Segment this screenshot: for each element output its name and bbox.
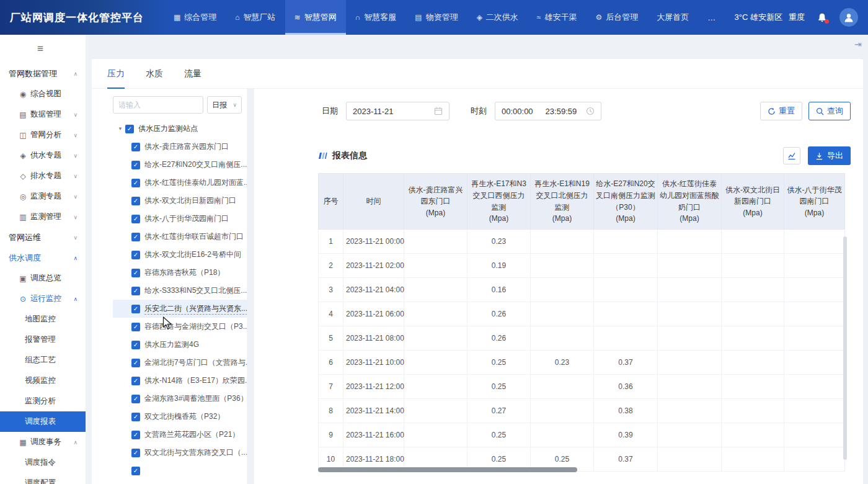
checkbox-checked[interactable]: ✓ — [131, 323, 140, 331]
sidebar-item[interactable]: 调度指令 — [0, 452, 86, 473]
cell-value — [722, 302, 784, 326]
tree-item[interactable]: ✓供水-双文北街E16-2号桥中间 — [113, 246, 247, 264]
tab-flow[interactable]: 流量 — [184, 59, 202, 89]
checkbox-checked[interactable]: ✓ — [131, 377, 140, 385]
cell-index: 7 — [319, 375, 343, 399]
nav-item[interactable]: ◈二次供水 — [467, 0, 528, 35]
tree-item[interactable]: ✓供水-红莲街佳泰幼儿园对面蓝... — [113, 174, 247, 192]
checkbox-checked[interactable]: ✓ — [131, 305, 140, 313]
cell-value: 0.26 — [467, 326, 531, 351]
sidebar-item[interactable]: 组态工艺 — [0, 350, 86, 370]
sidebar-item[interactable]: 管网数据管理∧ — [0, 63, 86, 84]
sidebar-item[interactable]: 视频监控 — [0, 370, 86, 391]
nav-item[interactable]: ≋智慧管网 — [285, 0, 346, 35]
cell-value — [531, 326, 594, 351]
reset-button[interactable]: 重置 — [760, 102, 802, 120]
checkbox-checked[interactable]: ✓ — [131, 449, 140, 457]
tree-item[interactable]: ✓乐安北二街（兴贤路与兴贤东... — [113, 300, 247, 318]
checkbox-checked[interactable]: ✓ — [131, 269, 140, 277]
notification-bell-icon[interactable] — [817, 12, 827, 23]
tab-quality[interactable]: 水质 — [146, 59, 163, 89]
cell-index: 3 — [319, 278, 343, 302]
tree-item[interactable]: ✓供水-双文北街日新园南门口 — [113, 192, 247, 210]
sidebar-collapse-icon[interactable]: ≡ — [0, 35, 86, 63]
checkbox-checked[interactable]: ✓ — [131, 179, 140, 187]
nav-item[interactable]: … — [698, 0, 725, 35]
sidebar-item[interactable]: 监测分析 — [0, 391, 86, 411]
checkbox-checked[interactable]: ✓ — [131, 215, 140, 223]
tree-item[interactable]: ✓供水-红莲街华联百诚超市门口 — [113, 228, 247, 246]
sidebar-item[interactable]: ◇排水专题∨ — [0, 166, 86, 186]
tree-item[interactable]: ✓容德东路杏秋苑（P18） — [113, 264, 247, 282]
sidebar-item[interactable]: ◎监测专题∨ — [0, 186, 86, 207]
tree-item[interactable]: ✓供水-龚庄路富兴园东门口 — [113, 138, 247, 156]
sidebar-item[interactable]: 地图监控 — [0, 309, 86, 329]
table-horizontal-scrollbar[interactable] — [318, 467, 577, 472]
checkbox-checked[interactable]: ✓ — [131, 143, 140, 151]
query-button[interactable]: 查询 — [808, 102, 851, 120]
checkbox-checked[interactable]: ✓ — [131, 395, 140, 403]
tree-item[interactable]: ✓供水-N14路（E3-E17）欣荣园... — [113, 372, 247, 390]
checkbox-checked[interactable]: ✓ — [125, 125, 134, 133]
period-select[interactable]: 日报 ∨ — [207, 96, 242, 114]
sidebar-item[interactable]: 调度配置 — [0, 473, 86, 484]
checkbox-checked[interactable]: ✓ — [131, 341, 140, 349]
sidebar-item[interactable]: 报警管理 — [0, 329, 86, 350]
sidebar-item[interactable]: ▦调度事务∧ — [0, 432, 86, 452]
time-start-value: 00:00:00 — [502, 107, 533, 116]
time-range-picker[interactable]: 00:00:00 23:59:59 — [495, 102, 601, 120]
checkbox-checked[interactable]: ✓ — [131, 413, 140, 421]
sidebar-item[interactable]: ▣调度总览 — [0, 268, 86, 289]
export-button[interactable]: 导出 — [808, 146, 851, 165]
chart-view-button[interactable] — [783, 147, 800, 164]
caret-down-icon[interactable]: ▼ — [118, 126, 123, 132]
cell-value — [404, 278, 467, 302]
nav-item[interactable]: ⌂智慧厂站 — [226, 0, 285, 35]
nav-item[interactable]: ≈雄安干渠 — [528, 0, 587, 35]
checkbox-checked[interactable]: ✓ — [131, 161, 140, 169]
sidebar-item[interactable]: ◫管网分析∨ — [0, 125, 86, 145]
sidebar-item[interactable]: ▤数据管理∨ — [0, 104, 86, 125]
search-input[interactable] — [113, 96, 203, 114]
nav-item[interactable]: ▦综合管理 — [164, 0, 226, 35]
checkbox-checked[interactable]: ✓ — [131, 431, 140, 439]
date-picker[interactable]: 2023-11-21 — [346, 102, 450, 120]
nav-item[interactable]: 大屏首页 — [647, 0, 698, 35]
nav-item[interactable]: ▤物资管理 — [405, 0, 467, 35]
tree-item[interactable]: ✓ — [113, 462, 247, 480]
sidebar-item[interactable]: ◉综合视图 — [0, 84, 86, 104]
panel-splitter[interactable] — [247, 89, 254, 484]
cell-value — [784, 302, 845, 326]
tree-item[interactable]: ✓双文北街与文营东路交叉口（... — [113, 444, 247, 462]
checkbox-checked[interactable]: ✓ — [131, 287, 140, 295]
tree-item[interactable]: ✓双文北街槐香苑（P32） — [113, 408, 247, 426]
nav-item[interactable]: ∩智慧客服 — [346, 0, 406, 35]
checkbox-checked[interactable]: ✓ — [131, 233, 140, 241]
sidebar-item[interactable]: ◈供水专题∨ — [0, 145, 86, 166]
cell-value — [722, 351, 784, 375]
tree-item[interactable]: ✓给水-S333和N5交叉口北侧压... — [113, 282, 247, 300]
tree-item[interactable]: ✓给水-E27和N20交叉口南侧压... — [113, 156, 247, 174]
tree-item[interactable]: ▼✓供水压力监测站点 — [113, 120, 247, 138]
sidebar-item[interactable]: ⊙运行监控∧ — [0, 289, 86, 309]
sidebar-item[interactable]: 调度报表 — [0, 411, 86, 432]
tree-item[interactable]: ✓容德西路与金湖街交叉口（P3... — [113, 318, 247, 336]
user-avatar[interactable] — [839, 8, 858, 27]
cell-index: 8 — [319, 399, 343, 423]
checkbox-checked[interactable]: ✓ — [131, 467, 140, 475]
tree-item[interactable]: ✓文营路兰苑花园小区（P21） — [113, 426, 247, 444]
tree-item[interactable]: ✓金湖东路3#调蓄池里面（P36） — [113, 390, 247, 408]
panel-collapse-icon[interactable]: ⇥ — [854, 39, 862, 49]
checkbox-checked[interactable]: ✓ — [131, 251, 140, 259]
sidebar-item[interactable]: 供水调度∧ — [0, 248, 86, 268]
tab-pressure[interactable]: 压力 — [107, 59, 125, 89]
checkbox-checked[interactable]: ✓ — [131, 359, 140, 367]
tree-item[interactable]: ✓金湖北街7号店门口（文营路与... — [113, 354, 247, 372]
checkbox-checked[interactable]: ✓ — [131, 197, 140, 205]
tree-item[interactable]: ✓供水压力监测4G — [113, 336, 247, 354]
sidebar-item[interactable]: ▥监测管理∨ — [0, 207, 86, 227]
nav-item[interactable]: ⚙后台管理 — [586, 0, 647, 35]
table-vertical-scrollbar[interactable] — [843, 236, 847, 460]
sidebar-item[interactable]: 管网运维∨ — [0, 227, 86, 248]
tree-item[interactable]: ✓供水-八于街华茂园南门口 — [113, 210, 247, 228]
